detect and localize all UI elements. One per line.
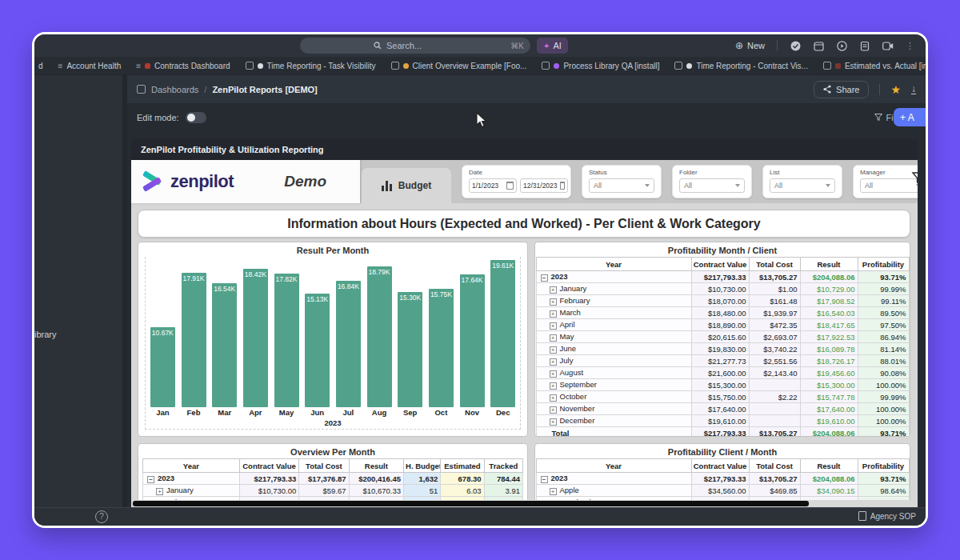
tab-d[interactable]: d [38,62,43,70]
expand-icon[interactable]: + [550,358,557,366]
cell [749,403,800,415]
tab-budget[interactable]: Budget [362,168,451,203]
new-button[interactable]: ⊕ New [735,40,765,51]
table-row[interactable]: +October$15,750.00$2.22$15,747.7899.99% [536,391,909,403]
expand-icon[interactable]: + [156,488,163,495]
report-filter-icon[interactable] [911,171,918,186]
share-button[interactable]: Share [814,81,869,98]
month-label: Apr [249,407,262,418]
chart-bar[interactable]: 10.67K [150,327,175,407]
cell: $10,730.00 [691,283,749,295]
select-input[interactable]: All [679,178,745,193]
filter-status: StatusAll [582,165,662,198]
table-row[interactable]: +January$10,730.00$1.00$10,729.0099.99% [536,283,909,295]
row-label-cell: +November [536,403,691,415]
table-row[interactable]: +May$20,615.60$2,693.07$17,922.5386.94% [536,331,909,343]
cell: 98.64% [858,485,909,497]
table-row[interactable]: +August$21,600.00$2,143.40$19,456.6090.0… [536,367,909,379]
edit-mode-toggle[interactable] [186,112,206,123]
table-row[interactable]: Total$217,793.33$13,705.27$204,088.0693.… [536,427,909,438]
tab-account-health[interactable]: ≡Account Health [58,62,122,70]
search-input[interactable]: Search... ⌘K [300,38,530,54]
column-header: Result [800,258,858,271]
chart-bar[interactable]: 15.30K [398,292,422,407]
table-row[interactable]: +November$17,640.00$17,640.00100.00% [536,403,909,415]
more-vertical-icon[interactable]: ⋮ [906,41,914,51]
list-icon: ≡ [136,62,141,70]
tab-client-overview-example-foo-[interactable]: Client Overview Example [Foo... [391,62,527,70]
expand-icon[interactable]: + [550,418,557,426]
expand-icon[interactable]: + [550,394,557,402]
expand-icon[interactable]: + [550,488,557,495]
select-input[interactable]: All [770,178,835,193]
expand-icon[interactable]: + [550,310,557,318]
expand-icon[interactable]: + [550,406,557,414]
expand-icon[interactable]: + [550,298,557,306]
table-row[interactable]: +January$10,730.00$59.67$10,670.33516.03… [143,485,523,497]
horizontal-scrollbar[interactable] [131,500,918,507]
tab-process-library-qa-install-[interactable]: Process Library QA [install] [542,62,659,70]
chart-bar[interactable]: 15.13K [305,294,330,407]
scrollbar-thumb[interactable] [133,501,809,506]
ai-button[interactable]: ✦ AI [537,38,568,54]
table-row[interactable]: +February$18,070.00$161.48$17,908.5299.1… [536,295,909,307]
agency-sop-link[interactable]: Agency SOP [858,511,916,521]
favorite-star-icon[interactable]: ★ [890,84,901,95]
record-icon[interactable] [836,40,847,51]
sidebar-item-library[interactable]: ibrary [34,330,57,339]
expand-icon[interactable]: + [550,322,557,330]
chart-bar[interactable]: 16.54K [212,283,237,407]
expand-icon[interactable]: + [550,370,557,378]
table-row[interactable]: +July$21,277.73$2,551.56$18,726.1788.01% [536,355,909,367]
chart-bar[interactable]: 17.91K [182,273,206,407]
calendar-icon[interactable] [813,40,824,51]
table-row[interactable]: +June$19,830.00$3,740.22$16,089.7881.14% [536,343,909,355]
collapse-icon[interactable]: − [541,476,548,483]
download-icon[interactable]: ↓ [911,85,916,94]
table-row[interactable]: −2023$217,793.33$17,376.87$200,416.451,6… [143,473,523,485]
page-title: ZenPilot Reports [DEMO] [212,85,317,94]
tab-estimated-vs-actual-install-[interactable]: Estimated vs. Actual [install] [823,62,926,70]
table-row[interactable]: −2023$217,793.33$13,705.27$204,088.0693.… [536,271,909,283]
help-button[interactable]: ? [95,510,108,523]
chart-bar[interactable]: 17.64K [460,274,485,407]
chart-bar[interactable]: 17.82K [274,274,299,407]
table-row[interactable]: +April$18,890.00$472.35$18,417.6597.50% [536,319,909,331]
tab-time-reporting-task-visibility[interactable]: Time Reporting - Task Visibility [246,62,376,70]
table-row[interactable]: +December$19,610.00$19,610.00100.00% [536,415,909,427]
collapse-icon[interactable]: − [541,274,548,282]
breadcrumb-dashboards[interactable]: Dashboards [151,85,198,94]
table-row[interactable]: +September$15,300.00$15,300.00100.00% [536,379,909,391]
date-input[interactable]: 1/1/2023 [469,178,517,193]
select-input[interactable]: All [589,178,654,193]
cell: $17,640.00 [800,403,858,415]
table-row[interactable]: +March$18,480.00$1,939.97$16,540.0389.50… [536,307,909,319]
tab-time-reporting-contract-vis-[interactable]: Time Reporting - Contract Vis... [674,62,808,70]
cell: 100.00% [858,415,909,427]
chart-bar[interactable]: 18.42K [243,269,268,407]
chart-plot-area: 10.67KJan17.91KFeb16.54KMar18.42KApr17.8… [145,257,521,430]
expand-icon[interactable]: + [550,334,557,342]
add-button[interactable]: + A [894,108,928,126]
filter-label: Status [589,169,654,176]
chart-bar[interactable]: 18.79K [367,266,392,407]
table-row[interactable]: +Apple$34,560.00$469.85$34,090.1598.64% [536,485,909,497]
expand-icon[interactable]: + [550,382,557,390]
chart-bar[interactable]: 15.75K [429,289,454,407]
expand-icon[interactable]: + [550,346,557,354]
expand-icon[interactable]: + [550,286,557,294]
chart-bar[interactable]: 19.61K [490,260,515,407]
bar-chart: 10.67KJan17.91KFeb16.54KMar18.42KApr17.8… [147,258,518,418]
cell: $204,088.06 [800,473,858,485]
row-label: September [560,380,597,389]
date-input[interactable]: 12/31/2023 [520,178,568,193]
select-input[interactable]: All [860,178,918,193]
tab-contracts-dashboard[interactable]: ≡Contracts Dashboard [136,62,230,70]
chart-column: 10.67KJan [147,258,178,418]
clipboard-icon[interactable] [859,40,870,51]
check-circle-icon[interactable] [790,40,801,51]
table-row[interactable]: −2023$217,793.33$13,705.27$204,088.0693.… [536,473,909,485]
video-icon[interactable] [882,40,894,51]
collapse-icon[interactable]: − [147,476,154,483]
chart-bar[interactable]: 16.84K [336,281,361,407]
